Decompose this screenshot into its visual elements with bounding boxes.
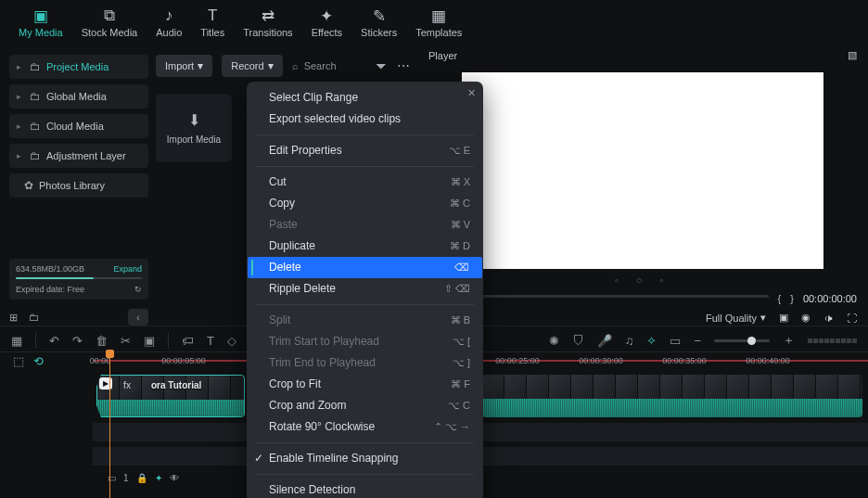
player-header: Player ▧ [428, 49, 857, 61]
import-dropdown[interactable]: Import ▾ [156, 55, 212, 77]
filter-icon[interactable]: ⏷ [375, 58, 388, 73]
shield-icon[interactable]: ⛉ [572, 334, 584, 348]
new-folder-icon[interactable]: 🗀 [29, 312, 39, 323]
chevron-right-icon: ▸ [17, 62, 24, 71]
media-icon: ▣ [31, 6, 51, 26]
menu-export-selected[interactable]: Export selected video clips [247, 109, 483, 130]
menu-split: Split⌘ B [247, 310, 483, 331]
clip-title: ora Tutorial [151, 380, 201, 390]
clip-main[interactable]: ▶ fx ora Tutorial [96, 375, 245, 417]
sidebar-item-label: Project Media [46, 61, 108, 72]
chevron-right-icon: ▸ [17, 151, 24, 160]
link-icon[interactable]: ⟲ [33, 354, 44, 368]
sidebar-item-adjustment-layer[interactable]: ▸ 🗀 Adjustment Layer [9, 144, 148, 168]
menu-crop-and-zoom[interactable]: Crop and Zoom⌥ C [247, 395, 483, 416]
zoom-slider[interactable] [714, 339, 770, 342]
menu-cut[interactable]: Cut⌘ X [247, 172, 483, 193]
tag-icon[interactable]: 🏷 [182, 334, 194, 348]
refresh-icon[interactable]: ↻ [134, 285, 142, 294]
tab-titles[interactable]: T Titles [195, 4, 230, 40]
audio-icon: ♪ [159, 6, 179, 26]
redo-button[interactable]: ↷ [72, 334, 83, 348]
clip-secondary[interactable] [482, 375, 862, 417]
menu-trim-end: Trim End to Playhead⌥ ] [247, 352, 483, 374]
templates-icon: ▦ [428, 6, 449, 26]
record-label: Record [231, 60, 263, 71]
folder-icon: 🗀 [30, 120, 41, 133]
tab-stickers[interactable]: ✎ Stickers [355, 4, 402, 40]
menu-enable-snapping[interactable]: ✓Enable Timeline Snapping [247, 448, 483, 469]
undo-button[interactable]: ↶ [49, 334, 59, 348]
quality-dropdown[interactable]: Full Quality ▾ [706, 312, 766, 324]
tab-label: Titles [200, 27, 224, 38]
ai-icon[interactable]: ✧ [646, 334, 657, 348]
menu-edit-properties[interactable]: Edit Properties⌥ E [247, 140, 483, 161]
tab-transitions[interactable]: ⇄ Transitions [237, 4, 298, 40]
volume-icon[interactable]: 🕩 [823, 313, 834, 324]
bracket-left-icon[interactable]: { [778, 293, 782, 304]
text-icon[interactable]: T [207, 334, 214, 348]
ruler-label: 00:00:30:00 [579, 356, 623, 365]
fx-badge-icon: fx [120, 377, 134, 392]
snapshot-tool-icon[interactable]: ▧ [848, 49, 857, 61]
tab-templates[interactable]: ▦ Templates [410, 4, 467, 40]
zoom-in-button[interactable]: ＋ [783, 332, 795, 349]
menu-select-clip-range[interactable]: Select Clip Range [247, 87, 483, 109]
bracket-right-icon[interactable]: } [790, 293, 794, 304]
sidebar-item-label: Cloud Media [46, 121, 104, 132]
import-media-tile[interactable]: ⬇ Import Media [156, 94, 232, 162]
marker-icon[interactable]: ▭ [670, 334, 681, 348]
snapshot-icon[interactable]: ◉ [801, 312, 811, 324]
magnet-icon[interactable]: ⬚ [13, 354, 24, 368]
delete-button[interactable]: 🗑 [96, 334, 108, 348]
quality-label: Full Quality [706, 313, 757, 324]
player-title-label: Player [428, 50, 457, 61]
menu-rotate-90[interactable]: Rotate 90° Clockwise⌃ ⌥ → [247, 416, 483, 438]
display-settings-icon[interactable]: ▣ [779, 312, 788, 324]
chevron-right-icon: ▸ [17, 121, 24, 131]
menu-crop-to-fit[interactable]: Crop to Fit⌘ F [247, 374, 483, 395]
titles-icon: T [202, 6, 223, 26]
color-tool-icon[interactable]: ✺ [549, 334, 559, 348]
menu-duplicate[interactable]: Duplicate⌘ D [247, 236, 483, 257]
effects-track-icon[interactable]: ✦ [155, 473, 162, 483]
menu-copy[interactable]: Copy⌘ C [247, 193, 483, 214]
track-height-icon[interactable] [808, 338, 857, 343]
storage-used: 634.58MB/1.00GB [16, 264, 84, 274]
close-icon[interactable]: ✕ [467, 87, 476, 99]
photos-icon: ✿ [24, 179, 33, 192]
tab-effects[interactable]: ✦ Effects [306, 4, 348, 40]
crop-button[interactable]: ▣ [144, 334, 155, 348]
layout-icon[interactable]: ▦ [11, 334, 22, 348]
download-icon: ⬇ [188, 111, 200, 129]
fullscreen-icon[interactable]: ⛶ [847, 313, 857, 324]
player-canvas[interactable] [462, 72, 823, 269]
tab-label: Stickers [361, 27, 397, 38]
sidebar-item-global-media[interactable]: ▸ 🗀 Global Media [9, 84, 148, 109]
tab-stock-media[interactable]: ⧉ Stock Media [76, 4, 144, 40]
new-bin-icon[interactable]: ⊞ [9, 312, 18, 324]
playhead[interactable] [109, 352, 110, 498]
record-dropdown[interactable]: Record ▾ [222, 55, 282, 77]
collapse-sidebar-button[interactable]: ‹ [128, 309, 148, 326]
tab-audio[interactable]: ♪ Audio [150, 4, 187, 40]
menu-silence-detection[interactable]: Silence Detection [247, 479, 483, 498]
sidebar-item-project-media[interactable]: ▸ 🗀 Project Media [9, 55, 148, 79]
sidebar-item-cloud-media[interactable]: ▸ 🗀 Cloud Media [9, 114, 148, 138]
eye-icon[interactable]: 👁 [170, 473, 179, 483]
menu-delete[interactable]: Delete⌫ [248, 257, 482, 278]
search-box[interactable]: ⌕ Search [292, 60, 365, 71]
equalizer-icon[interactable]: ♫ [625, 334, 634, 348]
cut-button[interactable]: ✂ [121, 334, 131, 348]
more-icon[interactable]: ⋯ [397, 58, 410, 73]
tab-label: Templates [415, 27, 462, 38]
ruler-label: 00:00:35:00 [662, 356, 707, 365]
lock-icon[interactable]: 🔒 [136, 473, 147, 483]
sidebar-item-photos-library[interactable]: ✿ Photos Library [9, 173, 148, 198]
tab-my-media[interactable]: ▣ My Media [13, 4, 69, 40]
keyframe-icon[interactable]: ◇ [227, 334, 236, 348]
menu-ripple-delete[interactable]: Ripple Delete⇧ ⌫ [247, 278, 483, 300]
storage-expand-link[interactable]: Expand [113, 264, 142, 274]
mic-icon[interactable]: 🎤 [597, 334, 612, 348]
zoom-out-button[interactable]: − [694, 334, 701, 348]
